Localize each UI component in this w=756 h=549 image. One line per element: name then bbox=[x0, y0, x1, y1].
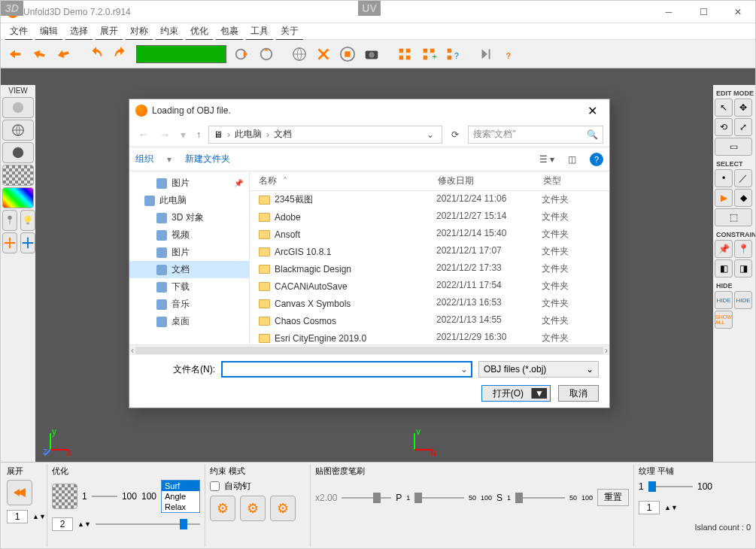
nav-up-button[interactable]: ↑ bbox=[193, 129, 204, 140]
menu-about[interactable]: 关于 bbox=[276, 23, 303, 40]
hide-a-icon[interactable]: HIDE bbox=[715, 291, 733, 309]
menu-constraint[interactable]: 约束 bbox=[156, 23, 183, 40]
tree-item[interactable]: 此电脑 bbox=[129, 192, 249, 209]
tree-item[interactable]: 下载 bbox=[129, 278, 249, 296]
globe-icon[interactable] bbox=[288, 43, 311, 65]
tool-orange-2[interactable] bbox=[28, 43, 50, 65]
cancel-button[interactable]: 取消 bbox=[558, 385, 599, 402]
help-orange-icon[interactable]: ? bbox=[499, 43, 521, 65]
scale-icon[interactable]: ⤢ bbox=[734, 118, 752, 136]
move-cross-blue-icon[interactable] bbox=[20, 232, 35, 253]
list-item[interactable]: Canvas X Symbols2022/1/13 16:53文件夹 bbox=[250, 295, 609, 312]
auto-pin-checkbox[interactable]: 自动钉 bbox=[210, 480, 305, 493]
move-icon[interactable]: ✥ bbox=[734, 99, 752, 117]
hide-b-icon[interactable]: HIDE bbox=[734, 291, 752, 309]
search-input[interactable]: 搜索"文档" 🔍 bbox=[468, 126, 603, 144]
minimize-button[interactable]: ─ bbox=[651, 1, 686, 23]
nav-forward-button[interactable]: → bbox=[156, 129, 173, 141]
tree-item[interactable]: 3D 对象 bbox=[129, 209, 249, 226]
reset-button[interactable]: 重置 bbox=[597, 489, 629, 506]
tree-item[interactable]: 图片📌 bbox=[129, 174, 249, 192]
pin-a-icon[interactable]: 📌 bbox=[715, 240, 733, 258]
folder-tree[interactable]: 图片📌此电脑3D 对象视频图片文档下载音乐桌面 bbox=[129, 171, 250, 344]
address-dropdown[interactable]: ⌄ bbox=[424, 129, 437, 140]
menu-file[interactable]: 文件 bbox=[5, 23, 32, 40]
preview-pane-button[interactable]: ◫ bbox=[568, 154, 576, 165]
expand-input[interactable] bbox=[7, 510, 28, 523]
gear-3-icon[interactable]: ⚙ bbox=[270, 496, 296, 521]
constrain-c-icon[interactable]: ◧ bbox=[715, 259, 733, 278]
s-slider[interactable] bbox=[515, 491, 565, 505]
orange-x-icon[interactable] bbox=[312, 43, 335, 65]
tile-slider[interactable] bbox=[648, 480, 693, 493]
grid-plus-icon[interactable]: + bbox=[417, 43, 440, 65]
bulb-icon[interactable] bbox=[20, 210, 35, 231]
menu-optimize[interactable]: 优化 bbox=[186, 23, 213, 40]
opt-slider-1[interactable] bbox=[92, 490, 117, 503]
list-item[interactable]: Adobe2021/12/27 15:14文件夹 bbox=[250, 208, 609, 226]
close-button[interactable]: ✕ bbox=[721, 1, 755, 23]
tool-orange-3[interactable] bbox=[52, 43, 74, 65]
optimize-input[interactable] bbox=[52, 517, 73, 531]
list-item[interactable]: ArcGIS 10.8.12021/12/1 17:07文件夹 bbox=[250, 243, 609, 260]
address-bar[interactable]: 🖥 › 此电脑 › 文档 ⌄ bbox=[208, 126, 442, 144]
node-icon[interactable] bbox=[2, 210, 17, 231]
density-slider[interactable] bbox=[342, 491, 391, 505]
list-item[interactable]: Esri CityEngine 2019.02021/12/29 16:30文件… bbox=[250, 329, 609, 344]
gear-2-icon[interactable]: ⚙ bbox=[240, 496, 266, 521]
organize-button[interactable]: 组织 bbox=[135, 153, 153, 165]
refresh-button[interactable]: ⟳ bbox=[447, 129, 463, 140]
opt-slider-2[interactable] bbox=[96, 517, 200, 531]
tree-item[interactable]: 音乐 bbox=[129, 296, 249, 313]
tree-item[interactable]: 桌面 bbox=[129, 313, 249, 330]
gear-1-icon[interactable]: ⚙ bbox=[210, 496, 235, 521]
sphere-wire-icon[interactable] bbox=[2, 120, 34, 141]
dialog-close-button[interactable]: ✕ bbox=[581, 104, 603, 118]
grid-help-icon[interactable]: ? bbox=[442, 43, 464, 65]
sphere-gray-icon[interactable] bbox=[2, 97, 34, 118]
menu-select[interactable]: 选择 bbox=[65, 23, 93, 40]
stop-icon[interactable] bbox=[336, 43, 359, 65]
constrain-d-icon[interactable]: ◨ bbox=[734, 259, 752, 278]
circle-arrow-icon[interactable] bbox=[255, 43, 278, 65]
file-list[interactable]: 名称 ˄ 修改日期 类型 2345截图2021/12/24 11:06文件夹Ad… bbox=[250, 171, 609, 344]
tree-item[interactable]: 图片 bbox=[129, 244, 249, 261]
show-all-icon[interactable]: SHOW ALL bbox=[715, 311, 733, 329]
scroll-left[interactable]: ‹ bbox=[131, 345, 134, 356]
vertex-icon[interactable]: • bbox=[715, 169, 733, 187]
optimize-button[interactable] bbox=[52, 484, 77, 509]
list-item[interactable]: 2345截图2021/12/24 11:06文件夹 bbox=[250, 191, 609, 208]
menu-symmetry[interactable]: 对称 bbox=[126, 23, 153, 40]
list-item[interactable]: CACANiAutoSave2022/1/11 17:54文件夹 bbox=[250, 278, 609, 295]
p-slider[interactable] bbox=[414, 491, 464, 505]
edge-icon[interactable]: ／ bbox=[734, 169, 752, 187]
help-button[interactable]: ? bbox=[590, 153, 603, 166]
undo-button[interactable] bbox=[85, 43, 108, 65]
grid-icon-1[interactable] bbox=[393, 43, 416, 65]
select-wide-icon[interactable]: ⬚ bbox=[715, 208, 752, 226]
menu-edit[interactable]: 编辑 bbox=[35, 23, 62, 40]
nav-recent-button[interactable]: ▾ bbox=[178, 129, 189, 141]
maximize-button[interactable]: ☐ bbox=[686, 1, 721, 23]
expand-button[interactable] bbox=[7, 480, 32, 505]
move-cross-icon[interactable] bbox=[2, 232, 17, 253]
tool-orange-1[interactable] bbox=[4, 43, 26, 65]
nav-back-button[interactable]: ← bbox=[135, 129, 152, 141]
view-mode-button[interactable]: ☰ ▾ bbox=[539, 154, 554, 165]
list-item[interactable]: Blackmagic Design2021/12/2 17:33文件夹 bbox=[250, 260, 609, 278]
pin-b-icon[interactable]: 📍 bbox=[734, 240, 752, 258]
rotate-icon[interactable]: ⟲ bbox=[715, 118, 733, 136]
open-button[interactable]: 打开(O)▼ bbox=[481, 385, 551, 402]
menu-expand[interactable]: 展开 bbox=[96, 23, 123, 40]
scroll-right[interactable]: › bbox=[605, 345, 608, 356]
pointer-icon[interactable]: ↖ bbox=[715, 99, 733, 117]
skip-icon[interactable] bbox=[475, 43, 497, 65]
face-orange-icon[interactable]: ▶ bbox=[715, 189, 733, 207]
rainbow-icon[interactable] bbox=[2, 187, 34, 208]
filename-input[interactable]: ⌄ bbox=[221, 361, 472, 378]
menu-tools[interactable]: 工具 bbox=[246, 23, 273, 40]
redo-button[interactable] bbox=[109, 43, 132, 65]
camera-icon[interactable] bbox=[360, 43, 383, 65]
new-folder-button[interactable]: 新建文件夹 bbox=[185, 153, 230, 165]
optimize-combo[interactable]: Surf Angle Relax bbox=[161, 480, 200, 513]
